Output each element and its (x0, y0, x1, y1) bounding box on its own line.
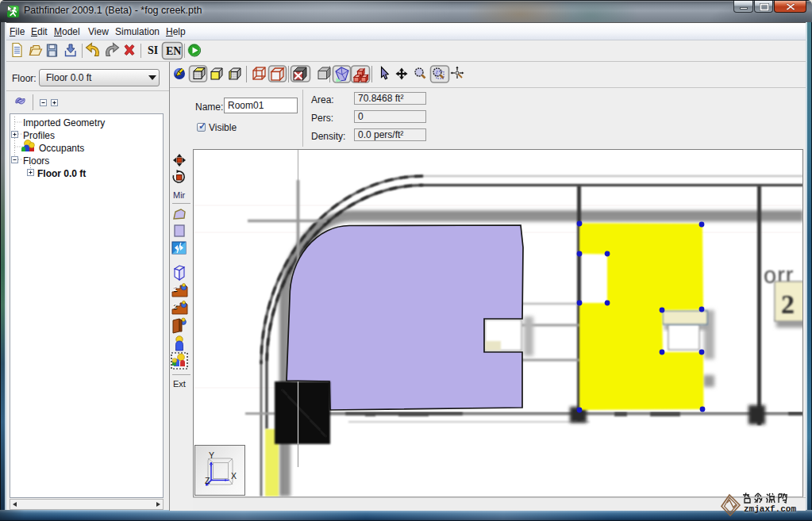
svg-text:Occupants: Occupants (39, 143, 84, 154)
svg-text:1: 1 (173, 285, 177, 293)
svg-text:Mir: Mir (173, 190, 186, 200)
svg-text:2: 2 (781, 289, 795, 319)
svg-text:Floor 0.0 ft: Floor 0.0 ft (37, 168, 86, 179)
svg-text:2: 2 (173, 302, 177, 310)
svg-text:Imported Geometry: Imported Geometry (23, 117, 105, 128)
svg-text:Profiles: Profiles (23, 130, 55, 141)
svg-text:Ext: Ext (173, 379, 186, 389)
svg-text:X: X (231, 471, 237, 481)
svg-text:Z: Z (205, 476, 210, 485)
svg-text:Floors: Floors (23, 155, 49, 167)
svg-text:SI: SI (148, 44, 158, 56)
svg-text:EN: EN (166, 45, 181, 57)
svg-text:Y: Y (209, 450, 214, 460)
